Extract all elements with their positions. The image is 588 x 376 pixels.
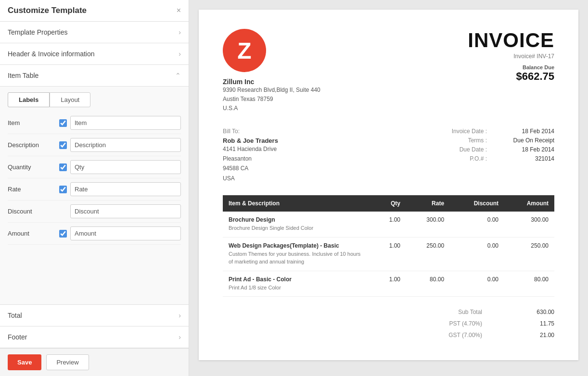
table-row: Web Design Packages(Template) - BasicCus… xyxy=(223,237,554,271)
field-checkbox-description[interactable] xyxy=(56,141,70,149)
field-checkbox-item[interactable] xyxy=(56,119,70,127)
detail-label: Terms : xyxy=(439,137,487,144)
invoice-table-head: Item & DescriptionQtyRateDiscountAmount xyxy=(223,195,554,212)
chevron-right-icon: › xyxy=(179,50,181,58)
field-row-description: Description xyxy=(8,134,181,156)
detail-label: P.O.# : xyxy=(439,155,487,162)
item-amount-cell: 80.00 xyxy=(504,271,554,297)
section-item-table[interactable]: Item Table ⌃ xyxy=(0,65,189,87)
company-name: Zillum Inc xyxy=(223,78,320,86)
field-label-quantity: Quantity xyxy=(8,163,56,171)
field-input-item[interactable] xyxy=(70,116,181,130)
total-label: Sub Total xyxy=(434,309,492,315)
total-value: 21.00 xyxy=(516,332,554,338)
right-panel: Z Zillum Inc 9390 Research Blvd,Bldg II,… xyxy=(189,0,588,376)
field-row-rate: Rate xyxy=(8,178,181,201)
total-row: GST (7.00%)21.00 xyxy=(434,329,554,341)
section-item-table-label: Item Table xyxy=(8,72,38,79)
close-button[interactable]: × xyxy=(177,6,181,15)
item-amount-cell: 300.00 xyxy=(504,212,554,237)
checkbox-rate[interactable] xyxy=(59,186,67,193)
chevron-right-icon: › xyxy=(179,28,181,36)
table-header-discount: Discount xyxy=(450,195,504,212)
item-name: Brochure Design xyxy=(229,216,366,223)
company-logo: Z xyxy=(223,29,266,72)
item-qty-cell: 1.00 xyxy=(372,212,406,237)
item-discount-cell: 0.00 xyxy=(450,237,504,271)
field-input-amount[interactable] xyxy=(70,226,181,240)
section-header-invoice-label: Header & Invoice information xyxy=(8,50,95,58)
bill-to-label: Bill To: xyxy=(223,128,278,135)
item-desc: Custom Themes for your business. Inclusi… xyxy=(229,250,366,266)
detail-value: 321014 xyxy=(497,155,554,162)
detail-value: Due On Receipt xyxy=(497,137,554,144)
field-input-discount[interactable] xyxy=(70,204,181,218)
table-header-qty: Qty xyxy=(372,195,406,212)
left-panel: Customize Template × Template Properties… xyxy=(0,0,189,376)
company-address: 9390 Research Blvd,Bldg II, Suite 440 Au… xyxy=(223,86,320,113)
invoice-number: Invoice# INV-17 xyxy=(468,53,554,60)
save-button[interactable]: Save xyxy=(8,354,41,370)
item-qty-cell: 1.00 xyxy=(372,271,406,297)
field-label-discount: Discount xyxy=(8,208,56,215)
detail-label: Due Date : xyxy=(439,146,487,153)
item-description-cell: Web Design Packages(Template) - BasicCus… xyxy=(223,237,372,271)
item-name: Web Design Packages(Template) - Basic xyxy=(229,242,366,249)
field-input-rate[interactable] xyxy=(70,182,181,196)
tab-layout[interactable]: Layout xyxy=(50,92,90,107)
item-description-cell: Brochure DesignBrochure Design Single Si… xyxy=(223,212,372,237)
totals-table: Sub Total630.00PST (4.70%)11.75GST (7.00… xyxy=(434,306,554,341)
total-label: GST (7.00%) xyxy=(434,332,492,338)
tab-labels[interactable]: Labels xyxy=(8,92,50,107)
detail-label: Invoice Date : xyxy=(439,128,487,135)
field-input-quantity[interactable] xyxy=(70,160,181,174)
bill-to-block: Bill To: Rob & Joe Traders 4141 Hacienda… xyxy=(223,128,278,184)
section-template-properties[interactable]: Template Properties › xyxy=(0,22,189,43)
item-discount-cell: 0.00 xyxy=(450,212,504,237)
panel-footer: Save Preview xyxy=(0,348,189,376)
table-header-rate: Rate xyxy=(406,195,450,212)
totals-block: Sub Total630.00PST (4.70%)11.75GST (7.00… xyxy=(223,306,554,341)
section-header-invoice[interactable]: Header & Invoice information › xyxy=(0,43,189,65)
panel-header: Customize Template × xyxy=(0,0,189,22)
checkbox-description[interactable] xyxy=(59,141,67,149)
bill-to-address: 4141 Hacienda Drive Pleasanton 94588 CA … xyxy=(223,144,278,184)
field-label-rate: Rate xyxy=(8,186,56,193)
company-info: Zillum Inc 9390 Research Blvd,Bldg II, S… xyxy=(223,78,320,113)
item-description-cell: Print Ad - Basic - ColorPrint Ad 1/8 siz… xyxy=(223,271,372,297)
invoice-title-block: INVOICE Invoice# INV-17 Balance Due $662… xyxy=(468,29,554,83)
invoice-meta: Bill To: Rob & Joe Traders 4141 Hacienda… xyxy=(223,128,554,184)
table-row: Print Ad - Basic - ColorPrint Ad 1/8 siz… xyxy=(223,271,554,297)
field-input-wrap-rate xyxy=(70,182,181,196)
invoice-details: Invoice Date :18 Feb 2014Terms :Due On R… xyxy=(439,128,554,184)
section-template-properties-label: Template Properties xyxy=(8,28,68,36)
chevron-up-icon: ⌃ xyxy=(175,72,181,79)
section-total-label: Total xyxy=(8,312,22,319)
section-footer[interactable]: Footer › xyxy=(0,326,189,348)
checkbox-amount[interactable] xyxy=(59,230,67,238)
detail-row: P.O.# :321014 xyxy=(439,155,554,162)
checkbox-quantity[interactable] xyxy=(59,163,67,171)
item-name: Print Ad - Basic - Color xyxy=(229,276,366,283)
detail-row: Terms :Due On Receipt xyxy=(439,137,554,144)
field-checkbox-amount[interactable] xyxy=(56,230,70,238)
invoice-table: Item & DescriptionQtyRateDiscountAmount … xyxy=(223,195,554,297)
item-rate-cell: 300.00 xyxy=(406,212,450,237)
checkbox-item[interactable] xyxy=(59,119,67,127)
field-input-description[interactable] xyxy=(70,138,181,152)
field-label-description: Description xyxy=(8,141,56,149)
field-checkbox-quantity[interactable] xyxy=(56,163,70,171)
chevron-right-icon: › xyxy=(179,312,181,319)
total-row: PST (4.70%)11.75 xyxy=(434,318,554,329)
field-rows: ItemDescriptionQuantityRateDiscountAmoun… xyxy=(0,107,189,250)
field-input-wrap-item xyxy=(70,116,181,130)
field-checkbox-rate[interactable] xyxy=(56,186,70,193)
total-label: PST (4.70%) xyxy=(434,320,492,327)
field-input-wrap-description xyxy=(70,138,181,152)
table-header-amount: Amount xyxy=(504,195,554,212)
preview-button[interactable]: Preview xyxy=(46,354,89,370)
detail-row: Due Date :18 Feb 2014 xyxy=(439,146,554,153)
field-label-amount: Amount xyxy=(8,230,56,237)
section-total[interactable]: Total › xyxy=(0,305,189,326)
detail-value: 18 Feb 2014 xyxy=(497,128,554,135)
